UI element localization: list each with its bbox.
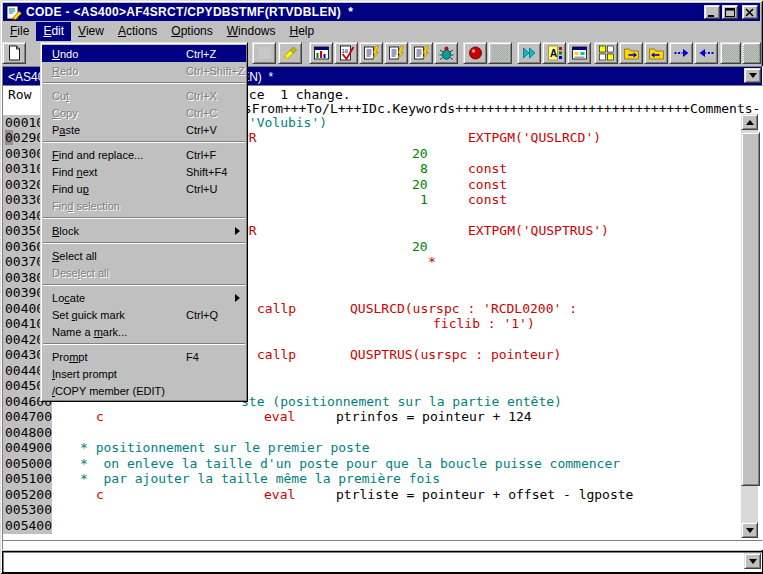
- maximize-button[interactable]: [722, 5, 738, 19]
- command-line-drop-button[interactable]: [744, 553, 761, 569]
- code-text: * positionnement sur le premier poste: [80, 440, 370, 455]
- line-number: 005200: [3, 487, 52, 503]
- menu-item-select-all[interactable]: Select all: [42, 247, 246, 264]
- menu-item-label: Copy: [52, 107, 78, 119]
- code-text: EXTPGM('QUSPTRUS'): [468, 223, 609, 238]
- compile-lightning-button[interactable]: [409, 42, 433, 64]
- minimize-button[interactable]: [704, 5, 720, 19]
- folder-next-icon: [623, 45, 640, 61]
- scroll-down-button[interactable]: [741, 522, 758, 538]
- menu-item-find-up[interactable]: Find upCtrl+U: [42, 180, 246, 197]
- menu-item-label: /COPY member (EDIT): [52, 385, 165, 397]
- dither-pattern-button[interactable]: [742, 42, 761, 64]
- menu-item-label: Insert prompt: [52, 368, 117, 380]
- menu-item-label: Locate: [52, 292, 85, 304]
- menu-item-copy-member-edit[interactable]: /COPY member (EDIT): [42, 382, 246, 399]
- scroll-up-button[interactable]: [741, 114, 758, 130]
- app-icon: [6, 5, 22, 20]
- flashlight-button[interactable]: [278, 42, 302, 64]
- menu-item-insert-prompt[interactable]: Insert prompt: [42, 365, 246, 382]
- title-bar: CODE - <AS400>AF4SRCT/CPYDBSTMF(RTVDBLEN…: [3, 3, 760, 21]
- message-line: [2, 540, 763, 550]
- folder-prev-button[interactable]: [644, 42, 668, 64]
- line-number: 004900: [3, 440, 52, 456]
- code-text: QUSLRCD(usrspc : 'RCDL0200' :: [350, 301, 577, 316]
- vertical-scrollbar[interactable]: [741, 114, 758, 538]
- close-button[interactable]: [742, 5, 758, 19]
- menu-item-find-selection[interactable]: Find selection: [42, 197, 246, 214]
- code-text: ptrinfos = pointeur + 124: [336, 409, 532, 424]
- menubar-item-windows[interactable]: Windows: [220, 22, 283, 41]
- menu-item-shortcut: Ctrl+U: [186, 183, 217, 195]
- dither-pattern-icon: [743, 45, 760, 61]
- chart-window-button[interactable]: [309, 42, 333, 64]
- document-selector-drop-button[interactable]: [744, 68, 761, 83]
- menu-item-set-quick-mark[interactable]: Set quick markCtrl+Q: [42, 306, 246, 323]
- menubar-item-actions[interactable]: Actions: [111, 22, 164, 41]
- menu-item-label: Find selection: [52, 200, 120, 212]
- compile-lightning-icon: [413, 45, 430, 61]
- dither-pattern-button[interactable]: [488, 42, 512, 64]
- menu-item-locate[interactable]: Locate: [42, 289, 246, 306]
- menubar-item-view[interactable]: View: [71, 22, 111, 41]
- scrollbar-thumb[interactable]: [741, 132, 760, 486]
- menu-item-find-and-replace[interactable]: Find and replace...Ctrl+F: [42, 146, 246, 163]
- menu-item-redo[interactable]: RedoCtrl+Shift+Z: [42, 62, 246, 79]
- debug-bug-button[interactable]: [434, 42, 458, 64]
- command-line[interactable]: [2, 551, 763, 573]
- code-text: callp: [257, 301, 296, 316]
- folder-next-button[interactable]: [619, 42, 643, 64]
- window-title: CODE - <AS400>AF4SRCT/CPYDBSTMF(RTVDBLEN…: [26, 5, 353, 19]
- code-text: * on enleve la taille d'un poste pour qu…: [80, 456, 620, 471]
- menu-item-deselect-all[interactable]: Deselect all: [42, 264, 246, 281]
- menu-item-find-next[interactable]: Find nextShift+F4: [42, 163, 246, 180]
- menubar-item-edit[interactable]: Edit: [36, 22, 71, 41]
- menu-item-label: Redo: [52, 65, 78, 77]
- tiles-button[interactable]: [594, 42, 618, 64]
- record-dot-button[interactable]: [463, 42, 487, 64]
- status-line-text: ace 1 change.: [241, 87, 351, 102]
- compile-lightning-button[interactable]: [359, 42, 383, 64]
- blank-button[interactable]: [252, 42, 276, 64]
- menu-item-block[interactable]: Block: [42, 222, 246, 239]
- run-play-icon: [521, 45, 538, 61]
- arrow-dash-left-button[interactable]: [694, 42, 718, 64]
- application-window: CODE - <AS400>AF4SRCT/CPYDBSTMF(RTVDBLEN…: [0, 0, 763, 574]
- code-text: *: [428, 254, 436, 269]
- run-play-button[interactable]: [517, 42, 541, 64]
- line-number: 005400: [3, 518, 52, 534]
- dither-pattern-button[interactable]: [720, 42, 741, 64]
- code-text: ficlib : '1'): [433, 316, 535, 331]
- font-a-button[interactable]: A: [542, 42, 566, 64]
- menu-item-cut[interactable]: CutCtrl+X: [42, 87, 246, 104]
- dialog-window-icon: [571, 45, 588, 61]
- font-a-icon: A: [546, 45, 563, 61]
- menu-item-prompt[interactable]: PromptF4: [42, 348, 246, 365]
- menu-item-shortcut: Ctrl+Shift+Z: [186, 65, 245, 77]
- dialog-window-button[interactable]: [567, 42, 591, 64]
- menu-item-shortcut: Ctrl+X: [186, 90, 217, 102]
- menu-item-label: Deselect all: [52, 267, 109, 279]
- menu-item-copy[interactable]: CopyCtrl+C: [42, 104, 246, 121]
- compile-lightning-button[interactable]: [384, 42, 408, 64]
- menu-item-paste[interactable]: PasteCtrl+V: [42, 121, 246, 138]
- new-file-button[interactable]: [2, 42, 26, 64]
- line-number: 004800: [3, 425, 52, 441]
- menu-item-label: Find next: [52, 166, 97, 178]
- verify-check-button[interactable]: 10: [334, 42, 358, 64]
- code-text: 20: [412, 239, 428, 254]
- menu-item-label: Undo: [52, 48, 78, 60]
- line-number: 004700: [3, 409, 52, 425]
- menu-item-name-a-mark[interactable]: Name a mark...: [42, 323, 246, 340]
- submenu-arrow-icon: [235, 227, 240, 235]
- menubar-item-help[interactable]: Help: [282, 22, 321, 41]
- chevron-down-icon: [749, 73, 757, 78]
- menubar-item-options[interactable]: Options: [164, 22, 219, 41]
- svg-text:A: A: [550, 48, 557, 59]
- menu-bar: FileEditViewActionsOptionsWindowsHelp: [3, 22, 760, 41]
- arrow-dash-right-button[interactable]: [669, 42, 693, 64]
- menu-item-undo[interactable]: UndoCtrl+Z: [42, 45, 246, 62]
- menubar-item-file[interactable]: File: [3, 22, 36, 41]
- code-text: c: [96, 409, 104, 424]
- code-text: ('Volubis'): [241, 115, 327, 130]
